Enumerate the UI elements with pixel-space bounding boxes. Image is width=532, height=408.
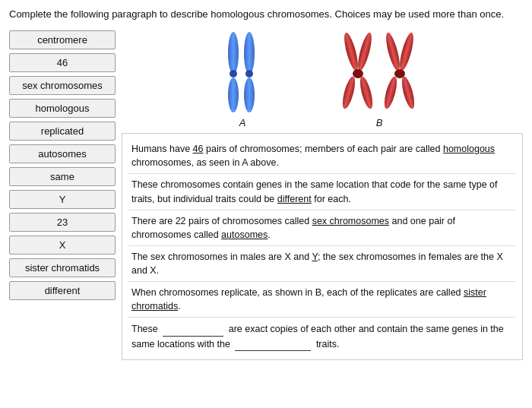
word-different-link: different: [277, 194, 312, 204]
word-autosomes-link: autosomes: [221, 229, 268, 240]
word-box-sex-chromosomes[interactable]: sex chromosomes: [9, 76, 116, 95]
word-box-sister-chromatids[interactable]: sister chromatids: [9, 258, 116, 277]
svg-point-12: [397, 32, 416, 72]
word-box-replicated[interactable]: replicated: [9, 122, 116, 141]
svg-point-5: [245, 70, 253, 77]
blank-1: [163, 321, 223, 336]
label-b: B: [376, 117, 383, 128]
chromosomes-a-svg: [223, 30, 261, 114]
svg-point-15: [394, 69, 405, 78]
svg-point-10: [353, 69, 363, 78]
word-box-different[interactable]: different: [9, 281, 116, 300]
word-box-46[interactable]: 46: [9, 53, 116, 72]
blank-2: [235, 337, 311, 351]
sentence-2: These chromosomes contain genes in the s…: [128, 174, 516, 210]
word-y-link: Y: [312, 251, 318, 262]
sentence-5: When chromosomes replicate, as shown in …: [128, 282, 516, 318]
chromosome-a1: [223, 30, 261, 114]
sentences-area: Humans have 46 pairs of chromosomes; mem…: [122, 133, 523, 360]
svg-point-2: [230, 70, 237, 77]
left-panel: centromere 46 sex chromosomes homologous…: [9, 30, 116, 360]
svg-point-4: [244, 77, 255, 112]
svg-point-11: [383, 32, 402, 72]
svg-point-8: [340, 75, 358, 110]
word-homologous-link: homologous: [443, 144, 495, 154]
svg-point-9: [358, 75, 375, 110]
word-box-y[interactable]: Y: [9, 190, 116, 209]
word-box-23[interactable]: 23: [9, 213, 116, 232]
sentence-1: Humans have 46 pairs of chromosomes; mem…: [128, 138, 516, 174]
word-box-same[interactable]: same: [9, 167, 116, 186]
label-a: A: [239, 117, 246, 128]
svg-point-14: [400, 75, 417, 110]
image-area: A: [122, 30, 523, 128]
right-panel: A: [122, 30, 523, 360]
word-box-x[interactable]: X: [9, 236, 116, 255]
chromosome-group-b: B: [337, 30, 421, 128]
word-sex-chrom-link: sex chromosomes: [312, 216, 389, 226]
word-46-link: 46: [193, 144, 204, 154]
word-box-centromere[interactable]: centromere: [9, 30, 116, 49]
sentence-3: There are 22 pairs of chromosomes called…: [128, 210, 516, 246]
chromosomes-b-svg: [337, 30, 421, 114]
instruction-text: Complete the following paragraph to desc…: [9, 8, 523, 21]
sentence-4: The sex chromosomes in males are X and Y…: [128, 246, 516, 282]
chromosome-b-pair: [337, 30, 421, 114]
svg-point-0: [228, 32, 239, 74]
word-box-autosomes[interactable]: autosomes: [9, 144, 116, 163]
svg-point-3: [244, 32, 255, 74]
word-box-homologous[interactable]: homologous: [9, 99, 116, 118]
svg-point-13: [382, 75, 400, 110]
word-sister-chromatids-link: sister chromatids: [131, 287, 486, 312]
svg-point-7: [355, 32, 374, 72]
main-layout: centromere 46 sex chromosomes homologous…: [9, 30, 523, 360]
svg-point-6: [341, 32, 360, 72]
sentence-6: These are exact copies of each other and…: [128, 318, 516, 354]
svg-point-1: [228, 77, 239, 112]
chromosome-group-a: A: [223, 30, 261, 128]
